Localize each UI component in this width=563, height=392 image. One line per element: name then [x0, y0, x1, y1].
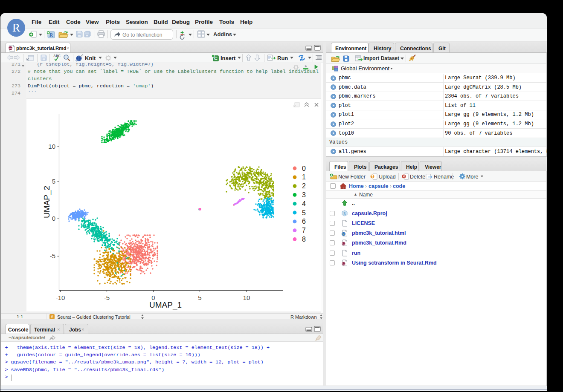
svg-text:Rmd: Rmd	[342, 243, 345, 245]
svg-text:5: 5	[198, 294, 201, 301]
svg-text:0: 0	[52, 215, 55, 222]
svg-text:ABC: ABC	[53, 54, 61, 58]
svg-text:2: 2	[302, 182, 306, 190]
svg-text:3: 3	[302, 191, 306, 199]
svg-text:10: 10	[243, 294, 250, 301]
svg-text:0: 0	[302, 165, 306, 172]
svg-text:5: 5	[52, 178, 55, 185]
svg-text:Rmd: Rmd	[342, 263, 345, 265]
svg-text:8: 8	[302, 236, 306, 243]
svg-text:1: 1	[302, 173, 306, 181]
svg-text:6: 6	[302, 218, 306, 225]
svg-text:UMAP_1: UMAP_1	[149, 300, 181, 310]
svg-text:-10: -10	[55, 294, 65, 301]
svg-text:7: 7	[302, 227, 306, 234]
svg-text:10: 10	[48, 143, 55, 150]
svg-text:5: 5	[302, 209, 306, 216]
svg-text:-5: -5	[104, 294, 109, 301]
svg-text:R: R	[343, 212, 346, 216]
svg-text:UMAP_2: UMAP_2	[42, 186, 52, 218]
svg-text:-5: -5	[49, 252, 55, 259]
svg-text:4: 4	[302, 200, 306, 208]
svg-text:Rmd: Rmd	[9, 47, 12, 49]
